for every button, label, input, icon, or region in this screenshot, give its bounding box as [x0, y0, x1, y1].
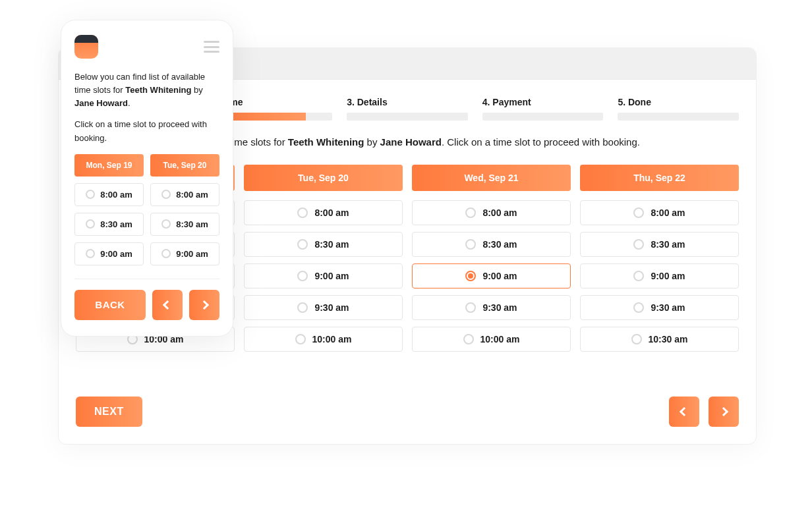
desc-text: . — [128, 98, 130, 108]
time-slot[interactable]: 9:00 am — [244, 263, 403, 288]
desc-service: Teeth Whitening — [125, 85, 191, 95]
chevron-right-icon — [719, 406, 728, 416]
mobile-time-slot[interactable]: 8:30 am — [74, 213, 144, 236]
step-4[interactable]: 4. Payment — [482, 97, 604, 121]
time-slot-label: 9:00 am — [482, 271, 517, 281]
radio-icon — [631, 334, 642, 344]
mobile-time-slot[interactable]: 8:00 am — [74, 183, 144, 206]
mobile-prev-button[interactable] — [152, 290, 183, 320]
time-slot[interactable]: 10:00 am — [412, 327, 571, 352]
time-slot[interactable]: 8:30 am — [412, 232, 571, 257]
radio-icon — [297, 302, 308, 313]
radio-icon — [465, 239, 476, 250]
day-column: Wed, Sep 218:00 am8:30 am9:00 am9:30 am1… — [412, 165, 571, 358]
time-slot-label: 8:30 am — [651, 239, 685, 250]
mobile-time-slot[interactable]: 9:00 am — [74, 242, 144, 265]
radio-icon — [161, 249, 171, 258]
time-slot-label: 9:30 am — [482, 302, 517, 313]
time-slot[interactable]: 8:30 am — [244, 232, 403, 257]
step-label: 4. Payment — [482, 97, 604, 107]
time-slot[interactable]: 8:30 am — [580, 232, 739, 257]
radio-icon — [295, 334, 306, 344]
time-slot-label: 8:30 am — [176, 219, 208, 229]
radio-icon — [633, 207, 644, 218]
next-button[interactable]: NEXT — [76, 397, 142, 427]
radio-icon — [633, 271, 644, 281]
day-header: Wed, Sep 21 — [412, 165, 571, 191]
mobile-day-header: Tue, Sep 20 — [150, 154, 219, 177]
time-slot-label: 10:30 am — [649, 334, 688, 344]
time-slot[interactable]: 9:30 am — [244, 295, 403, 320]
desc-service: Teeth Whitening — [288, 136, 364, 148]
mobile-time-slot[interactable]: 9:00 am — [150, 242, 219, 265]
time-slot-label: 8:00 am — [651, 207, 685, 218]
step-3[interactable]: 3. Details — [347, 97, 468, 121]
time-slot[interactable]: 8:00 am — [412, 200, 571, 225]
divider — [74, 279, 219, 279]
time-slot-label: 8:00 am — [482, 207, 517, 218]
time-slot[interactable]: 8:00 am — [580, 200, 739, 225]
radio-icon — [297, 239, 308, 250]
day-column: Thu, Sep 228:00 am8:30 am9:00 am9:30 am1… — [580, 165, 739, 358]
radio-icon — [86, 249, 95, 258]
app-logo — [74, 35, 98, 59]
desc-staff: Jane Howard — [74, 98, 128, 108]
time-slot[interactable]: 10:30 am — [580, 327, 739, 352]
back-button[interactable]: BACK — [74, 290, 146, 320]
time-slot[interactable]: 8:00 am — [244, 200, 403, 225]
prev-days-button[interactable] — [669, 397, 699, 427]
step-progress-bar — [347, 113, 468, 121]
time-slot[interactable]: 9:00 am — [412, 263, 571, 288]
time-slot-label: 8:00 am — [314, 207, 349, 218]
time-slot-label: 10:00 am — [312, 334, 352, 344]
radio-icon — [465, 271, 476, 281]
radio-icon — [465, 207, 476, 218]
time-slot[interactable]: 9:30 am — [580, 295, 739, 320]
chevron-left-icon — [680, 406, 689, 416]
step-label: 3. Details — [347, 97, 468, 107]
mobile-timeslot-grid: Mon, Sep 19Tue, Sep 208:00 am8:00 am8:30… — [74, 154, 219, 265]
step-progress-bar — [482, 113, 604, 121]
desktop-footer: NEXT — [76, 385, 739, 427]
desc-text: by — [364, 136, 380, 148]
mobile-time-slot[interactable]: 8:30 am — [150, 213, 219, 236]
step-label: 5. Done — [618, 97, 739, 107]
step-5[interactable]: 5. Done — [618, 97, 739, 121]
chevron-left-icon — [163, 300, 172, 310]
time-slot-label: 9:00 am — [176, 249, 208, 259]
day-column: Tue, Sep 208:00 am8:30 am9:00 am9:30 am1… — [244, 165, 403, 358]
menu-icon[interactable] — [204, 41, 219, 53]
radio-icon — [297, 271, 308, 281]
time-slot[interactable]: 10:00 am — [244, 327, 403, 352]
desc-text: . Click on a time slot to proceed with b… — [442, 136, 640, 148]
radio-icon — [86, 219, 95, 229]
time-slot-label: 8:00 am — [176, 190, 208, 200]
mobile-description-2: Click on a time slot to proceed with boo… — [74, 118, 219, 144]
chevron-right-icon — [200, 300, 209, 310]
next-days-button[interactable] — [709, 397, 739, 427]
radio-icon — [86, 190, 95, 199]
time-slot-label: 8:30 am — [482, 239, 517, 250]
radio-icon — [297, 207, 308, 218]
radio-icon — [633, 302, 644, 313]
time-slot[interactable]: 9:30 am — [412, 295, 571, 320]
radio-icon — [161, 190, 171, 199]
time-slot-label: 8:00 am — [100, 190, 132, 200]
mobile-next-button[interactable] — [189, 290, 219, 320]
time-slot-label: 9:00 am — [314, 271, 349, 281]
desc-staff: Jane Howard — [380, 136, 442, 148]
step-progress-bar — [618, 113, 739, 121]
time-slot-label: 9:30 am — [651, 302, 685, 313]
radio-icon — [463, 334, 474, 344]
mobile-booking-panel: Below you can find list of available tim… — [61, 20, 233, 337]
time-slot-label: 8:30 am — [100, 219, 132, 229]
mobile-time-slot[interactable]: 8:00 am — [150, 183, 219, 206]
time-slot[interactable]: 9:00 am — [580, 263, 739, 288]
time-slot-label: 10:00 am — [480, 334, 520, 344]
mobile-description-1: Below you can find list of available tim… — [74, 70, 219, 110]
day-header: Tue, Sep 20 — [244, 165, 403, 191]
mobile-day-header: Mon, Sep 19 — [74, 154, 144, 177]
time-slot-label: 9:30 am — [314, 302, 349, 313]
radio-icon — [161, 219, 171, 229]
desc-text: by — [191, 85, 202, 95]
